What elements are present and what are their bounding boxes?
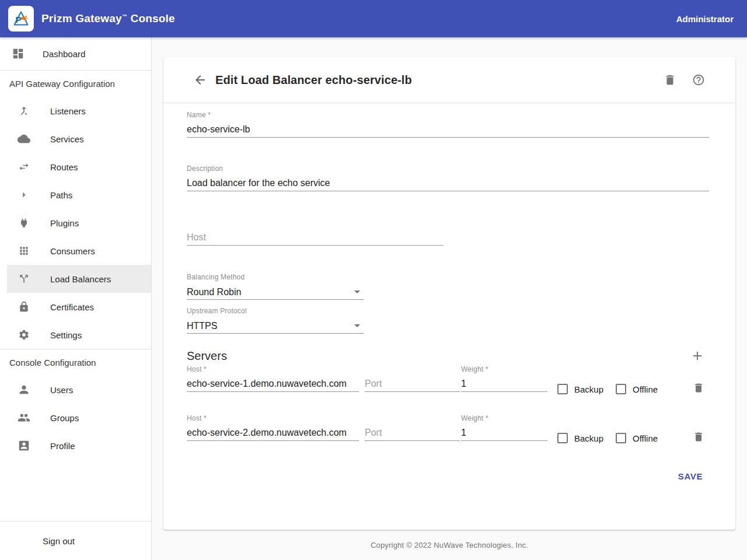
upstream-protocol-label: Upstream Protocol: [187, 307, 709, 315]
load-balancer-form: Name * Description Balancing Method Roun…: [163, 103, 735, 530]
prizm-logo-icon: P: [12, 9, 30, 28]
server-weight-input[interactable]: [461, 426, 547, 441]
server-port-input[interactable]: [365, 377, 460, 392]
sidebar-item-label: Dashboard: [43, 49, 85, 59]
offline-checkbox[interactable]: [616, 384, 626, 394]
offline-checkbox-group: Offline: [616, 433, 658, 443]
main-content: Edit Load Balancer echo-service-lb Name …: [152, 37, 747, 560]
server-weight-field-group: Weight *: [461, 365, 547, 392]
server-weight-label: Weight *: [461, 365, 547, 373]
gear-icon: [17, 328, 31, 342]
backup-checkbox-label: Backup: [574, 433, 603, 443]
sidebar-item-load-balancers[interactable]: Load Balancers: [7, 265, 151, 293]
trash-icon[interactable]: [664, 74, 676, 86]
apps-grid-icon: [17, 244, 31, 258]
sidebar-item-label: Plugins: [50, 218, 79, 228]
plus-icon[interactable]: [690, 349, 704, 363]
server-host-field-group: Host *: [187, 365, 359, 392]
help-icon[interactable]: [692, 74, 705, 86]
upstream-protocol-select[interactable]: HTTPS: [187, 318, 364, 334]
sidebar: Dashboard API Gateway Configuration List…: [0, 37, 152, 560]
sidebar-item-groups[interactable]: Groups: [0, 404, 151, 432]
svg-text:P: P: [16, 15, 22, 24]
offline-checkbox-label: Offline: [633, 433, 658, 443]
sign-out-button[interactable]: Sign out: [0, 522, 151, 560]
call-merge-icon: [17, 104, 31, 118]
description-label: Description: [187, 164, 709, 173]
sidebar-item-settings[interactable]: Settings: [0, 321, 151, 349]
description-input[interactable]: [187, 176, 709, 191]
upstream-protocol-value: HTTPS: [187, 321, 354, 331]
prizm-logo: P: [8, 6, 34, 32]
sidebar-item-label: Routes: [50, 162, 78, 172]
body-row: Dashboard API Gateway Configuration List…: [0, 37, 747, 560]
server-weight-input[interactable]: [461, 377, 547, 392]
copyright-text: Copyright © 2022 NuWave Technologies, In…: [371, 541, 528, 550]
backup-checkbox[interactable]: [557, 384, 568, 394]
back-arrow-icon[interactable]: [193, 73, 207, 87]
balancing-method-value: Round Robin: [187, 287, 354, 298]
call-split-icon: [17, 272, 31, 286]
server-port-field-group: [365, 426, 460, 441]
server-row: Host * Weight * Backup: [187, 365, 709, 392]
chevron-down-icon: [354, 290, 360, 293]
sidebar-item-services[interactable]: Services: [0, 125, 151, 153]
offline-checkbox[interactable]: [616, 433, 626, 443]
server-row: Host * Weight * Backup: [187, 414, 709, 441]
server-host-input[interactable]: [187, 426, 359, 441]
app-bar: P Prizm Gateway™ Console Administrator: [0, 0, 747, 37]
sidebar-item-routes[interactable]: Routes: [0, 153, 151, 181]
sidebar-item-label: Settings: [50, 330, 82, 340]
server-weight-field-group: Weight *: [461, 414, 547, 441]
name-input[interactable]: [187, 123, 709, 138]
host-input[interactable]: [187, 230, 444, 246]
sidebar-item-dashboard[interactable]: Dashboard: [0, 37, 151, 70]
edit-load-balancer-card: Edit Load Balancer echo-service-lb Name …: [163, 57, 735, 530]
sidebar-item-plugins[interactable]: Plugins: [0, 209, 151, 237]
sidebar-item-label: Consumers: [50, 246, 95, 256]
sidebar-item-label: Certificates: [50, 302, 94, 312]
dashboard-icon: [11, 47, 25, 61]
app-title-brand: Prizm Gateway: [41, 12, 122, 24]
server-host-input[interactable]: [187, 377, 359, 392]
server-host-label: Host *: [187, 365, 359, 373]
account-box-icon: [17, 439, 31, 453]
sidebar-item-users[interactable]: Users: [0, 376, 151, 404]
sign-out-label: Sign out: [43, 536, 75, 546]
sidebar-item-label: Listeners: [50, 106, 86, 116]
lock-icon: [17, 300, 31, 314]
backup-checkbox-group: Backup: [557, 433, 603, 443]
upstream-protocol-field-group: Upstream Protocol HTTPS: [187, 307, 709, 334]
balancing-method-label: Balancing Method: [187, 273, 709, 281]
backup-checkbox[interactable]: [557, 433, 568, 443]
section-api-gateway-configuration: API Gateway Configuration: [0, 71, 151, 97]
host-field-group: [187, 230, 709, 246]
power-icon: [11, 534, 25, 548]
sidebar-item-label: Load Balancers: [50, 274, 111, 284]
swap-horizontal-icon: [17, 160, 31, 174]
save-button[interactable]: SAVE: [673, 467, 707, 486]
cloud-icon: [17, 132, 31, 146]
sidebar-item-consumers[interactable]: Consumers: [0, 237, 151, 265]
trash-icon[interactable]: [693, 382, 704, 394]
server-host-field-group: Host *: [187, 414, 359, 441]
sidebar-item-listeners[interactable]: Listeners: [0, 97, 151, 125]
power-plug-icon: [17, 216, 31, 230]
server-port-input[interactable]: [365, 426, 460, 441]
user-menu[interactable]: Administrator: [676, 14, 734, 24]
server-host-label: Host *: [187, 414, 359, 422]
balancing-method-select[interactable]: Round Robin: [187, 285, 364, 300]
section-console-configuration: Console Configuration: [0, 349, 151, 376]
sidebar-item-profile[interactable]: Profile: [0, 432, 151, 460]
offline-checkbox-group: Offline: [616, 384, 658, 394]
sidebar-item-certificates[interactable]: Certificates: [0, 293, 151, 321]
app-title-suffix: Console: [127, 12, 175, 24]
app-title: Prizm Gateway™ Console: [41, 12, 175, 25]
trash-icon[interactable]: [693, 431, 704, 443]
backup-checkbox-group: Backup: [557, 384, 603, 394]
person-icon: [17, 383, 31, 397]
arrow-right-icon: [17, 188, 31, 202]
sidebar-item-label: Paths: [50, 190, 72, 200]
sidebar-spacer: [0, 460, 151, 521]
sidebar-item-paths[interactable]: Paths: [0, 181, 151, 209]
